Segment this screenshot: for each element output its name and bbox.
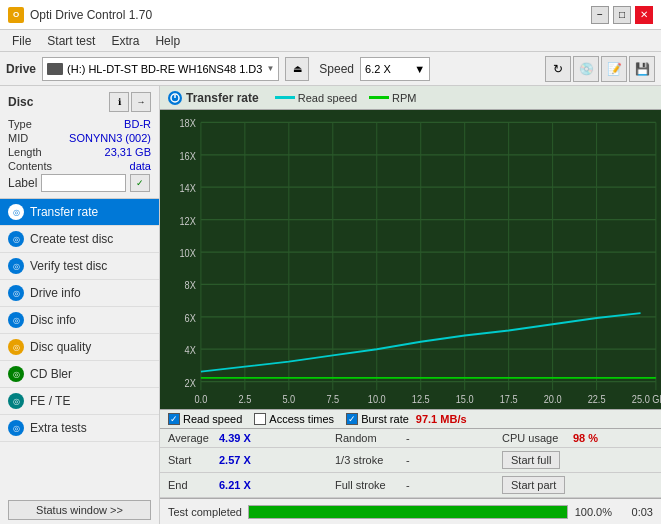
chevron-down-icon: ▼ [266, 64, 274, 73]
svg-text:15.0: 15.0 [456, 393, 474, 405]
full-stroke-value: - [406, 479, 410, 491]
svg-text:25.0 GB: 25.0 GB [632, 393, 661, 405]
cpu-label: CPU usage [502, 432, 567, 444]
disc-contents-row: Contents data [8, 160, 151, 172]
speed-arrow-icon: ▼ [414, 63, 425, 75]
progress-area: Test completed 100.0% 0:03 [160, 498, 661, 524]
save-button[interactable]: 💾 [629, 56, 655, 82]
svg-text:6X: 6X [185, 312, 196, 324]
nav-verify-test-disc[interactable]: ◎ Verify test disc [0, 253, 159, 280]
nav-fe-te[interactable]: ◎ FE / TE [0, 388, 159, 415]
stroke13-label: 1/3 stroke [335, 454, 400, 466]
disc-arrow-btn[interactable]: → [131, 92, 151, 112]
svg-text:16X: 16X [179, 150, 196, 162]
legend-check-access-times[interactable]: Access times [254, 413, 334, 425]
app-title: Opti Drive Control 1.70 [30, 8, 152, 22]
start-part-button[interactable]: Start part [502, 476, 565, 494]
close-button[interactable]: ✕ [635, 6, 653, 24]
nav-transfer-rate[interactable]: ◎ Transfer rate [0, 199, 159, 226]
svg-text:14X: 14X [179, 182, 196, 194]
svg-text:5.0: 5.0 [282, 393, 295, 405]
stat-start-part-row[interactable]: Start part [494, 473, 661, 498]
write-button[interactable]: 📝 [601, 56, 627, 82]
menu-start-test[interactable]: Start test [39, 32, 103, 50]
chart-area: 18X 16X 14X 12X 10X 8X 6X 4X 2X 0.0 2.5 … [160, 110, 661, 409]
disc-length-key: Length [8, 146, 42, 158]
disc-mid-row: MID SONYNN3 (002) [8, 132, 151, 144]
status-window-button[interactable]: Status window >> [8, 500, 151, 520]
nav-cd-bler[interactable]: ◎ CD Bler [0, 361, 159, 388]
access-times-check-label: Access times [269, 413, 334, 425]
disc-mid-val: SONYNN3 (002) [69, 132, 151, 144]
svg-text:7.5: 7.5 [326, 393, 339, 405]
nav-disc-info-label: Disc info [30, 313, 76, 327]
burst-rate-value: 97.1 MB/s [416, 413, 467, 425]
disc-contents-val: data [130, 160, 151, 172]
extra-tests-icon: ◎ [8, 420, 24, 436]
svg-text:12.5: 12.5 [412, 393, 430, 405]
nav-create-test-disc[interactable]: ◎ Create test disc [0, 226, 159, 253]
disc-label-row: Label ✓ [8, 174, 151, 192]
stat-start-full-row[interactable]: Start full [494, 448, 661, 473]
cd-bler-icon: ◎ [8, 366, 24, 382]
legend-check-burst-rate[interactable]: ✓ Burst rate 97.1 MB/s [346, 413, 466, 425]
transfer-rate-chart: 18X 16X 14X 12X 10X 8X 6X 4X 2X 0.0 2.5 … [160, 110, 661, 409]
disc-title: Disc [8, 95, 33, 109]
minimize-button[interactable]: − [591, 6, 609, 24]
eject-button[interactable]: ⏏ [285, 57, 309, 81]
average-value: 4.39 X [219, 432, 251, 444]
start-value: 2.57 X [219, 454, 251, 466]
maximize-button[interactable]: □ [613, 6, 631, 24]
disc-length-row: Length 23,31 GB [8, 146, 151, 158]
svg-text:17.5: 17.5 [500, 393, 518, 405]
speed-selector[interactable]: 6.2 X ▼ [360, 57, 430, 81]
stat-average-row: Average 4.39 X [160, 429, 327, 448]
menu-help[interactable]: Help [147, 32, 188, 50]
nav-cd-bler-label: CD Bler [30, 367, 72, 381]
disc-length-val: 23,31 GB [105, 146, 151, 158]
menu-extra[interactable]: Extra [103, 32, 147, 50]
nav-drive-info[interactable]: ◎ Drive info [0, 280, 159, 307]
disc-info-btn[interactable]: ℹ [109, 92, 129, 112]
stat-end-row: End 6.21 X [160, 473, 327, 498]
disc-label-input[interactable] [41, 174, 126, 192]
svg-text:2.5: 2.5 [238, 393, 251, 405]
nav-drive-info-label: Drive info [30, 286, 81, 300]
nav-disc-quality[interactable]: ◎ Disc quality [0, 334, 159, 361]
legend-read-speed-label: Read speed [298, 92, 357, 104]
verify-test-disc-icon: ◎ [8, 258, 24, 274]
nav-disc-info[interactable]: ◎ Disc info [0, 307, 159, 334]
svg-text:2X: 2X [185, 377, 196, 389]
legend-read-speed: Read speed [275, 92, 357, 104]
nav-extra-tests[interactable]: ◎ Extra tests [0, 415, 159, 442]
stat-start-row: Start 2.57 X [160, 448, 327, 473]
read-speed-check-label: Read speed [183, 413, 242, 425]
disc-button[interactable]: 💿 [573, 56, 599, 82]
disc-type-row: Type BD-R [8, 118, 151, 130]
disc-type-key: Type [8, 118, 32, 130]
menu-file[interactable]: File [4, 32, 39, 50]
disc-label-ok-btn[interactable]: ✓ [130, 174, 150, 192]
nav-fe-te-label: FE / TE [30, 394, 70, 408]
start-full-button[interactable]: Start full [502, 451, 560, 469]
drive-selector[interactable]: (H:) HL-DT-ST BD-RE WH16NS48 1.D3 ▼ [42, 57, 279, 81]
full-stroke-label: Full stroke [335, 479, 400, 491]
read-speed-checkbox[interactable]: ✓ [168, 413, 180, 425]
status-text: Test completed [168, 506, 242, 518]
legend-check-read-speed[interactable]: ✓ Read speed [168, 413, 242, 425]
sidebar: Disc ℹ → Type BD-R MID SONYNN3 (002) Len… [0, 86, 160, 524]
burst-rate-checkbox[interactable]: ✓ [346, 413, 358, 425]
cpu-value: 98 % [573, 432, 598, 444]
access-times-checkbox[interactable] [254, 413, 266, 425]
legend-rpm-label: RPM [392, 92, 416, 104]
random-label: Random [335, 432, 400, 444]
transfer-rate-icon: ◎ [8, 204, 24, 220]
refresh-button[interactable]: ↻ [545, 56, 571, 82]
check-mark-icon: ✓ [170, 414, 178, 424]
progress-bar-outer [248, 505, 568, 519]
elapsed-time: 0:03 [618, 506, 653, 518]
nav-verify-test-disc-label: Verify test disc [30, 259, 107, 273]
burst-rate-check-label: Burst rate [361, 413, 409, 425]
random-value: - [406, 432, 410, 444]
read-speed-color [275, 96, 295, 99]
